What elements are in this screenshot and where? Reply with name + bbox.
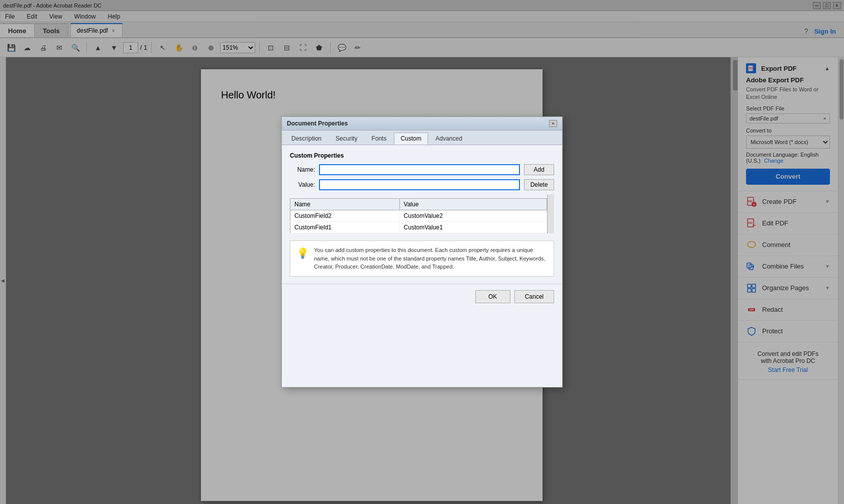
value-field-row: Value: Delete bbox=[290, 179, 554, 190]
row2-value: CustomValue1 bbox=[399, 222, 547, 233]
name-field-row: Name: Add bbox=[290, 164, 554, 175]
dialog-close-button[interactable]: × bbox=[549, 120, 557, 127]
value-field-input[interactable] bbox=[319, 179, 520, 190]
add-button[interactable]: Add bbox=[524, 164, 554, 175]
document-properties-dialog: Document Properties × Description Securi… bbox=[281, 116, 563, 388]
properties-table: Name Value CustomField2 CustomValue2 Cus… bbox=[290, 198, 547, 233]
table-row[interactable]: CustomField1 CustomValue1 bbox=[290, 222, 547, 233]
row1-value: CustomValue2 bbox=[399, 210, 547, 222]
tab-description[interactable]: Description bbox=[285, 133, 328, 145]
dialog-footer: OK Cancel bbox=[282, 284, 562, 309]
custom-properties-title: Custom Properties bbox=[290, 152, 554, 159]
dialog-overlay: Document Properties × Description Securi… bbox=[0, 0, 844, 504]
row2-name: CustomField1 bbox=[290, 222, 400, 233]
info-box: 💡 You can add custom properties to this … bbox=[290, 240, 554, 277]
col-name-header: Name bbox=[290, 199, 400, 210]
cancel-button[interactable]: Cancel bbox=[514, 290, 554, 303]
delete-button[interactable]: Delete bbox=[524, 179, 554, 190]
row1-name: CustomField2 bbox=[290, 210, 400, 222]
properties-table-container: Name Value CustomField2 CustomValue2 Cus… bbox=[290, 194, 554, 233]
dialog-title: Document Properties bbox=[287, 120, 348, 127]
dialog-tabs: Description Security Fonts Custom Advanc… bbox=[282, 131, 562, 145]
table-row[interactable]: CustomField2 CustomValue2 bbox=[290, 210, 547, 222]
tab-custom[interactable]: Custom bbox=[394, 133, 428, 145]
tab-security[interactable]: Security bbox=[329, 133, 364, 145]
name-field-label: Name: bbox=[290, 166, 315, 173]
ok-button[interactable]: OK bbox=[475, 290, 510, 303]
lightbulb-icon: 💡 bbox=[296, 247, 309, 259]
col-value-header: Value bbox=[399, 199, 547, 210]
info-text: You can add custom properties to this do… bbox=[314, 246, 548, 271]
tab-fonts[interactable]: Fonts bbox=[365, 133, 393, 145]
value-field-label: Value: bbox=[290, 181, 315, 188]
name-field-input[interactable] bbox=[319, 164, 520, 175]
dialog-body: Custom Properties Name: Add Value: Delet… bbox=[282, 145, 562, 284]
tab-advanced[interactable]: Advanced bbox=[429, 133, 469, 145]
table-scrollbar[interactable] bbox=[547, 194, 554, 233]
dialog-titlebar: Document Properties × bbox=[282, 117, 562, 131]
